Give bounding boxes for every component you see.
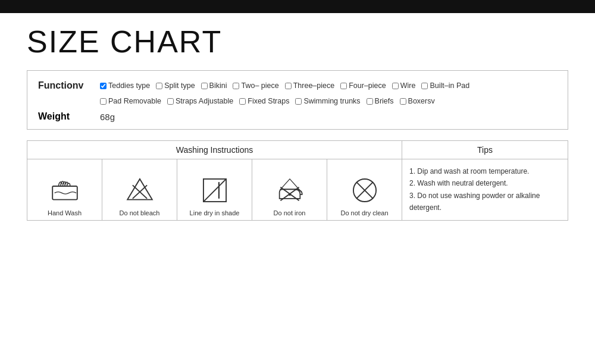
checkbox-two-piece[interactable]: Two– piece <box>233 81 278 90</box>
page-title: SIZE CHART <box>27 24 595 59</box>
washing-body-row: Hand Wash Do not bleach <box>27 159 568 220</box>
weight-value: 68g <box>100 112 115 122</box>
checkbox-fixed-straps[interactable]: Fixed Straps <box>239 97 289 105</box>
checkbox-three-piece[interactable]: Three–piece <box>285 81 335 90</box>
washing-instructions-table: Washing Instructions Tips Hand Was <box>27 140 568 221</box>
svg-marker-1 <box>127 178 152 199</box>
svg-rect-0 <box>52 186 77 200</box>
do-not-dry-clean-label: Do not dry clean <box>340 209 388 216</box>
icon-line-dry-shade: Line dry in shade <box>177 159 252 220</box>
weight-label: Weight <box>38 111 92 122</box>
tip-1: 1. Dip and wash at room temperature. <box>409 165 560 177</box>
checkbox-builtin-pad[interactable]: Built–in Pad <box>421 81 469 90</box>
function-row-2: Pad Removable Straps Adjustable Fixed St… <box>38 97 557 105</box>
icon-do-not-iron: Do not iron <box>252 159 327 220</box>
tips-header: Tips <box>402 141 568 159</box>
checkbox-split[interactable]: Split type <box>156 81 195 90</box>
function-section: Functionv Teddies type Split type Bikini… <box>27 70 568 130</box>
checkbox-briefs[interactable]: Briefs <box>367 97 394 105</box>
checkbox-wire[interactable]: Wire <box>392 81 416 90</box>
svg-line-5 <box>203 178 226 201</box>
icon-hand-wash: Hand Wash <box>27 159 102 220</box>
do-not-iron-label: Do not iron <box>274 209 306 216</box>
washing-icons-section: Hand Wash Do not bleach <box>27 159 402 220</box>
svg-marker-10 <box>280 178 299 189</box>
washing-header-row: Washing Instructions Tips <box>27 141 568 159</box>
washing-instructions-header: Washing Instructions <box>27 141 402 159</box>
icon-do-not-dry-clean: Do not dry clean <box>327 159 402 220</box>
function-row-1: Functionv Teddies type Split type Bikini… <box>38 80 557 91</box>
do-not-bleach-label: Do not bleach <box>120 209 160 216</box>
hand-wash-label: Hand Wash <box>48 209 82 216</box>
top-bar <box>0 0 595 13</box>
tip-3: 3. Do not use washing powder or alkaline… <box>409 190 560 214</box>
line-dry-shade-label: Line dry in shade <box>190 209 240 216</box>
checkbox-boxersv[interactable]: Boxersv <box>400 97 435 105</box>
checkbox-swimming-trunks[interactable]: Swimming trunks <box>295 97 360 105</box>
checkbox-four-piece[interactable]: Four–piece <box>340 81 386 90</box>
icon-do-not-bleach: Do not bleach <box>102 159 177 220</box>
weight-row: Weight 68g <box>38 111 557 122</box>
checkbox-pad-removable[interactable]: Pad Removable <box>100 97 161 105</box>
washing-tips-section: 1. Dip and wash at room temperature. 2. … <box>402 159 568 220</box>
checkbox-straps-adjustable[interactable]: Straps Adjustable <box>167 97 233 105</box>
checkbox-teddies[interactable]: Teddies type <box>100 81 150 90</box>
checkbox-bikini[interactable]: Bikini <box>201 81 227 90</box>
tip-2: 2. Wash with neutral detergent. <box>409 177 560 189</box>
function-label: Functionv <box>38 80 92 91</box>
